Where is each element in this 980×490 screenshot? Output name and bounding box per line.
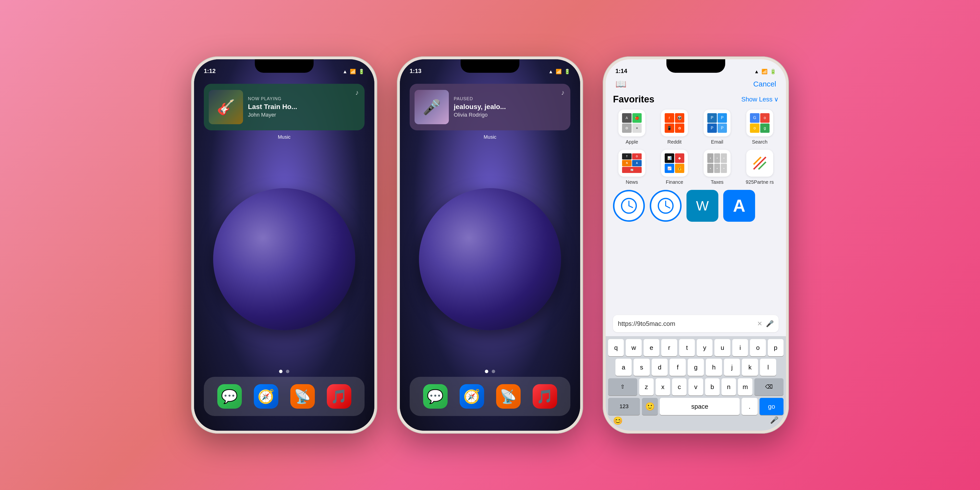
kb-y[interactable]: y (697, 339, 713, 356)
url-bar[interactable]: https://9to5mac.com ✕ 🎤 (613, 315, 779, 332)
notch-3 (667, 59, 725, 73)
delete-key[interactable]: ⌫ (754, 378, 784, 395)
show-less-button[interactable]: Show Less ∨ (741, 95, 779, 103)
messages-icon-1[interactable]: 💬 (217, 384, 242, 409)
wordpress-icon[interactable]: W (686, 190, 718, 222)
location-icon-3: ▲ (754, 69, 759, 75)
kb-f[interactable]: f (670, 359, 686, 376)
kb-v[interactable]: v (689, 378, 703, 395)
location-icon: ▲ (342, 69, 347, 75)
status-icons-3: ▲ 📶 🔋 (754, 68, 776, 75)
messages-icon-2[interactable]: 💬 (423, 384, 448, 409)
notch-2 (461, 59, 519, 73)
fav-label-reddit: Reddit (667, 139, 682, 145)
kb-q[interactable]: q (608, 339, 624, 356)
dot-4 (492, 370, 495, 373)
go-key[interactable]: go (759, 398, 784, 415)
fav-search[interactable]: G o o g Search (741, 110, 779, 145)
svg-line-5 (629, 206, 633, 207)
fav-finance[interactable]: 📊 ◆ 📈 💰 Finance (655, 150, 694, 185)
favorites-grid-row2: T O N A 📰 News (613, 150, 779, 185)
now-playing-widget-2[interactable]: 🎤 PAUSED jealousy, jealo... Olivia Rodri… (410, 84, 570, 130)
microphone-icon-url[interactable]: 🎤 (766, 320, 774, 328)
widget-title-1: Last Train Ho... (248, 103, 360, 111)
wallpaper-sphere-2 (419, 188, 561, 330)
clock-row: W A (613, 190, 779, 222)
kb-x[interactable]: x (655, 378, 670, 395)
kb-n[interactable]: n (722, 378, 736, 395)
fav-925[interactable]: 925Partne rs (741, 150, 779, 185)
emoji-key[interactable]: 🙂 (642, 398, 658, 415)
microphone-icon-keyboard[interactable]: 🎤 (770, 416, 779, 425)
fav-apple[interactable]: A 🍎 ⚙ ✦ Apple (613, 110, 651, 145)
book-icon[interactable]: 📖 (616, 79, 627, 89)
kb-k[interactable]: k (742, 359, 758, 376)
kb-h[interactable]: h (706, 359, 722, 376)
kb-l[interactable]: l (760, 359, 776, 376)
battery-icon-2: 🔋 (564, 68, 570, 75)
safari-icon-2[interactable]: 🧭 (460, 384, 484, 409)
kb-z[interactable]: z (639, 378, 654, 395)
wifi-icon-3: 📶 (762, 68, 768, 75)
kb-u[interactable]: u (714, 339, 730, 356)
music-icon-1[interactable]: 🎵 (327, 384, 351, 409)
chevron-down-icon: ∨ (774, 95, 779, 103)
album-art-1: 🎸 (209, 90, 243, 124)
battery-icon: 🔋 (358, 68, 364, 75)
a-logo: A (733, 196, 746, 216)
kb-b[interactable]: b (705, 378, 719, 395)
emoji-icon-bottom[interactable]: 😊 (613, 416, 623, 425)
kb-d[interactable]: d (652, 359, 668, 376)
clock-icon-2[interactable] (650, 190, 682, 222)
fav-email[interactable]: P P P P Email (698, 110, 736, 145)
battery-icon-3: 🔋 (770, 68, 776, 75)
space-key[interactable]: space (660, 398, 740, 415)
status-icons-2: ▲ 📶 🔋 (548, 68, 570, 75)
fav-label-email: Email (711, 139, 723, 145)
shift-key[interactable]: ⇧ (608, 378, 637, 395)
a-icon[interactable]: A (723, 190, 755, 222)
fav-taxes[interactable]: ▪ ▪ ▪ ▪ ▪ ▪ Taxes (698, 150, 736, 185)
widget-info-1: NOW PLAYING Last Train Ho... John Mayer (248, 96, 360, 118)
clear-url-icon[interactable]: ✕ (757, 320, 762, 328)
wallpaper-sphere-1 (213, 188, 355, 330)
numbers-key[interactable]: 123 (608, 398, 640, 415)
fav-label-search: Search (752, 139, 767, 145)
clock-icon-1[interactable] (613, 190, 645, 222)
fav-reddit[interactable]: r 👽 📱 ✿ Reddit (655, 110, 694, 145)
kb-t[interactable]: t (679, 339, 695, 356)
album-art-2: 🎤 (415, 90, 449, 124)
kb-j[interactable]: j (724, 359, 740, 376)
overcast-icon-1[interactable]: 📡 (290, 384, 315, 409)
kb-e[interactable]: e (644, 339, 659, 356)
dock-2: 💬 🧭 📡 🎵 (410, 377, 570, 416)
kb-g[interactable]: g (688, 359, 704, 376)
widget-state-1: NOW PLAYING (248, 96, 360, 102)
kb-i[interactable]: i (732, 339, 748, 356)
kb-s[interactable]: s (633, 359, 650, 376)
wifi-icon-2: 📶 (556, 68, 562, 75)
page-dots-2 (485, 370, 495, 373)
cancel-button[interactable]: Cancel (753, 80, 776, 88)
wordpress-logo: W (696, 198, 709, 214)
url-text[interactable]: https://9to5mac.com (618, 320, 754, 328)
music-icon-2[interactable]: 🎵 (533, 384, 557, 409)
safari-icon-1[interactable]: 🧭 (254, 384, 278, 409)
wifi-icon: 📶 (350, 68, 356, 75)
kb-w[interactable]: w (626, 339, 641, 356)
kb-p[interactable]: p (768, 339, 784, 356)
kb-o[interactable]: o (750, 339, 765, 356)
widget-artist-2: Olivia Rodrigo (454, 112, 565, 118)
kb-a[interactable]: a (616, 359, 632, 376)
kb-row-3: ⇧ z x c v b n m ⌫ (608, 378, 784, 395)
kb-c[interactable]: c (672, 378, 686, 395)
period-key[interactable]: . (741, 398, 757, 415)
safari-header-left: 📖 (616, 79, 627, 89)
music-note-icon-1: ♪ (355, 89, 359, 97)
now-playing-widget-1[interactable]: 🎸 NOW PLAYING Last Train Ho... John Maye… (204, 84, 364, 130)
kb-r[interactable]: r (661, 339, 677, 356)
overcast-icon-2[interactable]: 📡 (496, 384, 520, 409)
fav-news[interactable]: T O N A 📰 News (613, 150, 651, 185)
kb-m[interactable]: m (738, 378, 752, 395)
phone-1: 1:12 ▲ 📶 🔋 🎸 NOW PLAYING Last Train Ho..… (191, 56, 377, 434)
